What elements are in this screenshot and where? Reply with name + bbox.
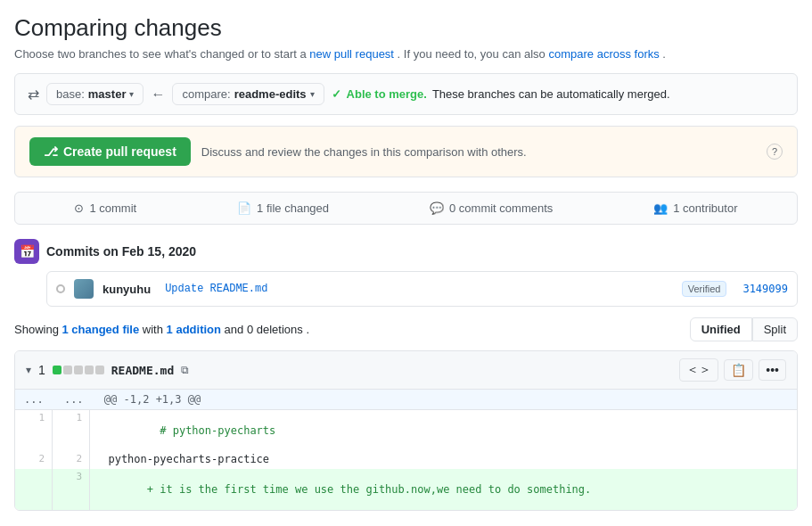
commit-dot: [56, 284, 65, 293]
file-diff-icons: ＜＞ 📋 •••: [679, 358, 786, 382]
commits-section: 📅 Commits on Feb 15, 2020 kunyuhu Update…: [14, 239, 798, 307]
commit-icon: ⊙: [74, 201, 84, 215]
diff-line-content: # python-pyecharts: [90, 410, 797, 451]
hunk-dots-new: ...: [64, 393, 84, 406]
page-title: Comparing changes: [14, 14, 798, 42]
deletion-block: [63, 366, 72, 374]
new-pull-request-link[interactable]: new pull request: [309, 47, 394, 61]
pr-bar-description: Discuss and review the changes in this c…: [201, 145, 527, 159]
line-num-new: 1: [53, 410, 90, 451]
calendar-icon: 📅: [14, 239, 39, 264]
file-icon: 📄: [237, 201, 251, 215]
collapse-button[interactable]: ▾: [26, 364, 31, 376]
addition-block: [53, 366, 62, 374]
commit-sha[interactable]: 3149099: [742, 283, 788, 295]
page-subtitle: Choose two branches to see what's change…: [14, 47, 798, 61]
comment-icon: 💬: [430, 201, 444, 215]
copy-icon[interactable]: ⧉: [181, 364, 189, 376]
more-options-icon[interactable]: •••: [759, 359, 786, 381]
commit-row: kunyuhu Update README.md Verified 314909…: [46, 271, 798, 307]
diff-summary: Showing 1 changed file with 1 addition a…: [14, 317, 798, 341]
merge-status: ✓ Able to merge. These branches can be a…: [332, 87, 670, 101]
changed-file-link[interactable]: 1 changed file: [62, 323, 140, 336]
deletion-block4: [95, 366, 104, 374]
diff-line-add: 3 + it is the first time we use the gith…: [15, 469, 797, 510]
file-diff: ▾ 1 README.md ⧉ ＜＞ 📋 ••• ... ... @@ -1,2…: [14, 350, 798, 511]
contributor-icon: 👥: [653, 201, 668, 215]
stats-bar: ⊙ 1 commit 📄 1 file changed 💬 0 commit c…: [14, 192, 798, 225]
avatar: [74, 279, 94, 299]
create-pr-bar: ⎇ Create pull request Discuss and review…: [14, 126, 798, 177]
diff-hunk-header: ... ... @@ -1,2 +1,3 @@: [15, 390, 797, 410]
line-num-old: 2: [15, 451, 53, 469]
verified-badge: Verified: [682, 281, 727, 297]
diff-line-content: python-pyecharts-practice: [90, 451, 797, 469]
help-icon[interactable]: ?: [767, 144, 783, 160]
line-num-new: 2: [53, 451, 90, 469]
line-num-old-add: [15, 469, 53, 510]
direction-arrow-icon: ←: [151, 86, 165, 103]
code-view-icon[interactable]: ＜＞: [679, 358, 718, 382]
file-name: README.md: [111, 364, 174, 377]
hunk-dots-old: ...: [24, 393, 44, 406]
commit-comments-stat[interactable]: 💬 0 commit comments: [430, 201, 553, 215]
deletion-block3: [85, 366, 94, 374]
diff-view-buttons: Unified Split: [690, 317, 798, 341]
line-num-old: 1: [15, 410, 53, 451]
commit-message[interactable]: Update README.md: [165, 283, 673, 295]
file-change-count: 1: [38, 363, 45, 377]
diff-line: 2 2 python-pyecharts-practice: [15, 451, 797, 469]
swap-branches-icon[interactable]: ⇄: [28, 86, 39, 103]
commits-stat[interactable]: ⊙ 1 commit: [74, 201, 136, 215]
base-branch-select[interactable]: base: master ▾: [46, 83, 144, 105]
line-num-new-add: 3: [53, 469, 90, 510]
additions-link[interactable]: 1 addition: [167, 323, 221, 336]
create-pull-request-button[interactable]: ⎇ Create pull request: [29, 137, 191, 166]
diff-line: 1 1 # python-pyecharts: [15, 410, 797, 451]
commits-date-label: Commits on Feb 15, 2020: [46, 244, 196, 259]
file-diff-header: ▾ 1 README.md ⧉ ＜＞ 📋 •••: [15, 351, 797, 390]
pr-icon: ⎇: [44, 144, 58, 159]
deletion-block2: [74, 366, 83, 374]
contributors-stat[interactable]: 👥 1 contributor: [653, 201, 737, 215]
file-view-icon[interactable]: 📋: [724, 359, 753, 381]
commit-author[interactable]: kunyuhu: [103, 283, 151, 296]
branch-comparison-bar: ⇄ base: master ▾ ← compare: readme-edits…: [14, 73, 798, 115]
compare-branch-select[interactable]: compare: readme-edits ▾: [172, 83, 324, 105]
files-changed-stat[interactable]: 📄 1 file changed: [237, 201, 329, 215]
diff-summary-text: Showing 1 changed file with 1 addition a…: [14, 323, 309, 336]
commits-date-header: 📅 Commits on Feb 15, 2020: [14, 239, 798, 264]
diff-line-content-add: + it is the first time we use the github…: [90, 469, 797, 510]
split-view-button[interactable]: Split: [752, 317, 798, 341]
unified-view-button[interactable]: Unified: [690, 317, 752, 341]
compare-forks-link[interactable]: compare across forks: [548, 47, 659, 61]
file-count-badge: [53, 366, 104, 374]
diff-code: ... ... @@ -1,2 +1,3 @@ 1 1 # python-pye…: [15, 390, 797, 510]
